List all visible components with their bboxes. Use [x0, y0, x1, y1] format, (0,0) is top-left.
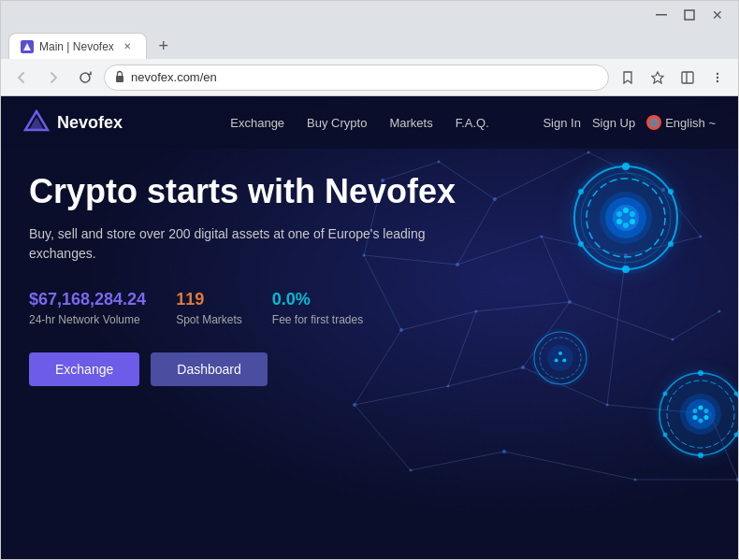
title-bar: ✕ [1, 1, 738, 29]
active-tab[interactable]: Main | Nevofex ✕ [8, 33, 147, 59]
language-selector[interactable]: 🌐 English ~ [646, 115, 716, 130]
stat-volume-value: $67,168,284.24 [29, 290, 146, 309]
logo[interactable]: Nevofex [23, 109, 123, 136]
website-content: Nevofex Exchange Buy Crypto Markets F.A.… [1, 96, 738, 559]
svg-point-7 [717, 72, 718, 74]
address-text: nevofex.com/en [131, 70, 599, 84]
svg-rect-3 [116, 76, 123, 82]
address-bar[interactable]: nevofex.com/en [104, 65, 609, 91]
tab-bar: Main | Nevofex ✕ + [1, 29, 738, 59]
svg-point-103 [547, 345, 573, 371]
dashboard-btn[interactable]: Dashboard [151, 352, 268, 386]
svg-line-60 [504, 452, 635, 480]
refresh-btn[interactable] [72, 65, 98, 91]
svg-point-104 [558, 352, 562, 355]
new-tab-btn[interactable]: + [151, 33, 177, 59]
nav-bar: nevofex.com/en [1, 59, 738, 96]
stat-markets: 119 Spot Markets [176, 290, 242, 326]
stat-fee-label: Fee for first trades [272, 313, 363, 326]
svg-marker-2 [23, 43, 31, 50]
svg-line-59 [411, 452, 504, 470]
svg-line-52 [355, 386, 448, 405]
svg-line-45 [542, 237, 570, 302]
stats-row: $67,168,284.24 24-hr Network Volume 119 … [29, 290, 478, 326]
site-nav: Nevofex Exchange Buy Crypto Markets F.A.… [1, 96, 738, 149]
stat-markets-label: Spot Markets [176, 313, 242, 326]
stat-markets-value: 119 [176, 290, 242, 309]
language-label: English ~ [665, 116, 716, 130]
window-close-btn[interactable]: ✕ [704, 2, 731, 28]
svg-line-48 [476, 302, 570, 311]
svg-point-105 [562, 359, 566, 363]
stat-fee-value: 0.0% [272, 290, 363, 309]
window-minimize-btn[interactable] [648, 2, 674, 28]
logo-text: Nevofex [57, 113, 123, 133]
stat-volume-label: 24-hr Network Volume [29, 313, 146, 326]
window-maximize-btn[interactable] [676, 2, 703, 28]
svg-line-49 [570, 302, 673, 339]
star-icon[interactable] [645, 65, 671, 91]
hero-section: Nevofex Exchange Buy Crypto Markets F.A.… [1, 96, 738, 559]
hero-content: Crypto starts with Nevofex Buy, sell and… [29, 171, 478, 386]
nav-buy-crypto[interactable]: Buy Crypto [307, 116, 367, 130]
svg-point-8 [717, 76, 718, 78]
menu-icon[interactable] [704, 65, 731, 91]
exchange-btn[interactable]: Exchange [29, 352, 139, 386]
tab-title: Main | Nevofex [39, 40, 114, 53]
svg-marker-4 [652, 72, 663, 83]
svg-point-106 [555, 359, 558, 363]
hero-title: Crypto starts with Nevofex [29, 171, 478, 211]
hero-subtitle: Buy, sell and store over 200 digital ass… [29, 224, 478, 264]
svg-rect-1 [685, 10, 694, 20]
nav-exchange[interactable]: Exchange [230, 116, 284, 130]
nav-actions [615, 65, 731, 91]
nav-links: Exchange Buy Crypto Markets F.A.Q. [230, 116, 489, 130]
nav-right: Sign In Sign Up 🌐 English ~ [543, 115, 716, 130]
svg-point-9 [717, 79, 718, 81]
sign-up-link[interactable]: Sign Up [592, 116, 635, 130]
back-btn[interactable] [8, 65, 35, 91]
svg-point-107 [565, 157, 687, 279]
forward-btn[interactable] [40, 65, 66, 91]
cta-buttons: Exchange Dashboard [29, 352, 478, 386]
stat-fee: 0.0% Fee for first trades [272, 290, 363, 326]
stat-volume: $67,168,284.24 24-hr Network Volume [29, 290, 146, 326]
svg-line-58 [355, 405, 411, 470]
browser-window: ✕ Main | Nevofex ✕ + nevofex.com/en [0, 0, 739, 560]
svg-point-108 [652, 366, 738, 463]
lock-icon [114, 70, 125, 84]
profile-icon[interactable] [674, 65, 701, 91]
tab-close-btn[interactable]: ✕ [120, 39, 135, 54]
svg-line-50 [673, 311, 719, 339]
tab-favicon [21, 40, 34, 53]
svg-rect-0 [656, 14, 667, 16]
sign-in-link[interactable]: Sign In [543, 116, 580, 130]
svg-rect-5 [682, 72, 693, 83]
nav-faq[interactable]: F.A.Q. [456, 116, 489, 130]
bookmark-icon[interactable] [615, 65, 641, 91]
nav-markets[interactable]: Markets [389, 116, 432, 130]
language-flag: 🌐 [646, 115, 661, 130]
